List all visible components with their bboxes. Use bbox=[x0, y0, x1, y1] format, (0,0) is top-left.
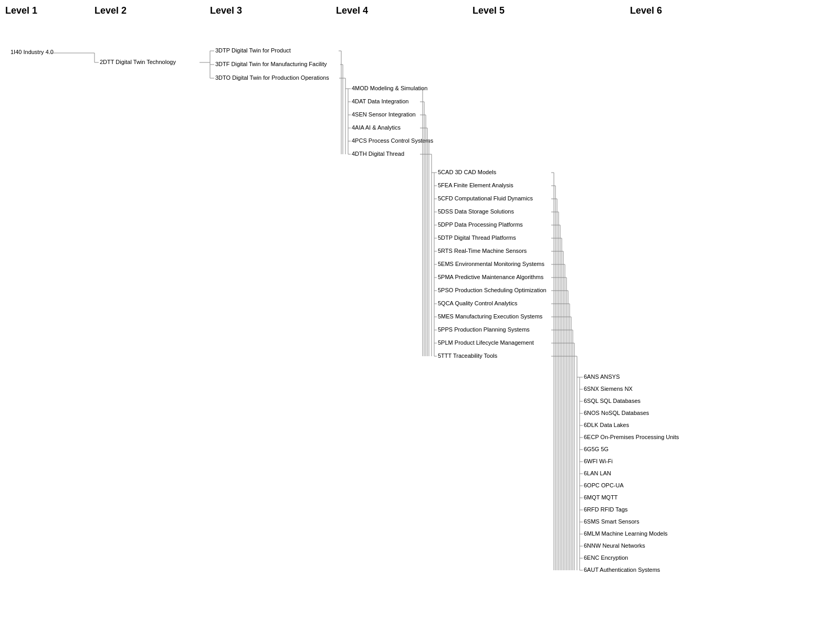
node-5EMS: 5EMS Environmental Monitoring Systems bbox=[438, 261, 544, 267]
node-6RFD: 6RFD RFID Tags bbox=[584, 506, 628, 513]
tree-diagram: 1I40 Industry 4.0 2DTT Digital Twin Tech… bbox=[5, 22, 830, 609]
node-2DTT: 2DTT Digital Twin Technology bbox=[100, 59, 176, 65]
node-5CFD: 5CFD Computational Fluid Dynamics bbox=[438, 195, 533, 201]
node-5DPP: 5DPP Data Processing Platforms bbox=[438, 221, 523, 228]
header-level3: Level 3 bbox=[210, 5, 336, 16]
diagram-container: Level 1 Level 2 Level 3 Level 4 Level 5 … bbox=[0, 0, 830, 629]
node-5PSO: 5PSO Production Scheduling Optimization bbox=[438, 287, 547, 293]
node-5TTT: 5TTT Traceability Tools bbox=[438, 353, 498, 359]
node-5MES: 5MES Manufacturing Execution Systems bbox=[438, 313, 543, 319]
node-6MQT: 6MQT MQTT bbox=[584, 494, 618, 500]
node-4PCS: 4PCS Process Control Systems bbox=[352, 137, 434, 144]
header-level6: Level 6 bbox=[630, 5, 766, 16]
node-4SEN: 4SEN Sensor Integration bbox=[352, 111, 416, 118]
node-5PLM: 5PLM Product Lifecycle Management bbox=[438, 339, 534, 346]
node-4DAT: 4DAT Data Integration bbox=[352, 98, 408, 104]
node-4AIA: 4AIA AI & Analytics bbox=[352, 124, 401, 131]
node-6ANS: 6ANS ANSYS bbox=[584, 374, 620, 380]
header-level1: Level 1 bbox=[5, 5, 94, 16]
node-6SMS: 6SMS Smart Sensors bbox=[584, 518, 639, 525]
header-level5: Level 5 bbox=[472, 5, 630, 16]
node-6SNX: 6SNX Siemens NX bbox=[584, 386, 633, 392]
node-6OPC: 6OPC OPC-UA bbox=[584, 482, 624, 488]
node-6SQL: 6SQL SQL Databases bbox=[584, 398, 641, 404]
node-4DTH: 4DTH Digital Thread bbox=[352, 151, 404, 157]
node-5CAD: 5CAD 3D CAD Models bbox=[438, 169, 497, 175]
node-6DLK: 6DLK Data Lakes bbox=[584, 422, 629, 428]
node-6AUT: 6AUT Authentication Systems bbox=[584, 567, 660, 573]
node-4MOD: 4MOD Modeling & Simulation bbox=[352, 85, 427, 91]
node-3DTP: 3DTP Digital Twin for Product bbox=[215, 47, 291, 54]
node-5PMA: 5PMA Predictive Maintenance Algorithms bbox=[438, 274, 544, 280]
node-5DSS: 5DSS Data Storage Solutions bbox=[438, 208, 514, 215]
node-6ECP: 6ECP On-Premises Processing Units bbox=[584, 434, 679, 440]
node-3DTF: 3DTF Digital Twin for Manufacturing Faci… bbox=[215, 61, 327, 67]
node-6WFI: 6WFI Wi-Fi bbox=[584, 458, 613, 464]
node-6LAN: 6LAN LAN bbox=[584, 470, 611, 476]
node-6MLM: 6MLM Machine Learning Models bbox=[584, 530, 668, 537]
header-row: Level 1 Level 2 Level 3 Level 4 Level 5 … bbox=[5, 5, 824, 16]
node-6NOS: 6NOS NoSQL Databases bbox=[584, 410, 649, 416]
node-5DTP: 5DTP Digital Thread Platforms bbox=[438, 234, 516, 241]
header-level4: Level 4 bbox=[336, 5, 472, 16]
header-level2: Level 2 bbox=[94, 5, 210, 16]
node-5FEA: 5FEA Finite Element Analysis bbox=[438, 182, 513, 188]
node-3DTO: 3DTO Digital Twin for Production Operati… bbox=[215, 74, 329, 81]
node-5RTS: 5RTS Real-Time Machine Sensors bbox=[438, 248, 527, 254]
node-l1: 1I40 Industry 4.0 bbox=[10, 49, 54, 55]
node-5QCA: 5QCA Quality Control Analytics bbox=[438, 300, 518, 306]
node-5PPS: 5PPS Production Planning Systems bbox=[438, 326, 530, 333]
node-6NNW: 6NNW Neural Networks bbox=[584, 542, 645, 549]
node-6G5G: 6G5G 5G bbox=[584, 446, 608, 452]
node-6ENC: 6ENC Encryption bbox=[584, 555, 628, 561]
